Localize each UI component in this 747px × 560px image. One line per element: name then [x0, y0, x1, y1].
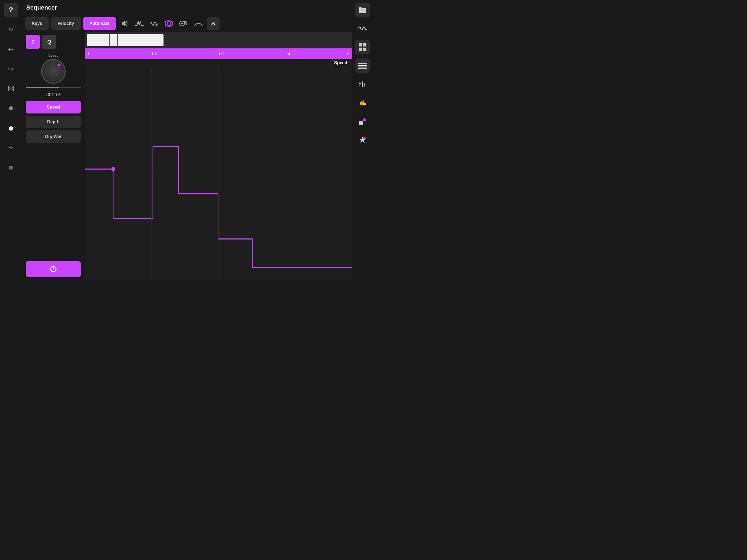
drywet-param-btn[interactable]: Dry/Wet: [26, 130, 81, 143]
mixer-icon[interactable]: [356, 77, 370, 91]
svg-point-23: [184, 21, 186, 23]
depth-param-btn[interactable]: Depth: [26, 116, 81, 128]
svg-rect-10: [362, 82, 363, 83]
right-sidebar: ✍: [352, 0, 374, 280]
knob-slider-fill: [26, 87, 59, 88]
redo-icon[interactable]: ↪: [4, 62, 18, 76]
automation-point-1[interactable]: [111, 167, 115, 172]
power-button[interactable]: [26, 261, 81, 277]
knob-label: Speed: [48, 53, 58, 57]
header: Sequencer: [22, 0, 352, 15]
num-button-q[interactable]: Q: [42, 35, 56, 49]
svg-rect-9: [362, 81, 363, 87]
s-button[interactable]: S: [207, 17, 220, 30]
svg-rect-2: [359, 48, 362, 51]
scroll-thumb[interactable]: [87, 34, 163, 46]
num-button-2[interactable]: 2: [26, 35, 40, 49]
dice-icon[interactable]: ⚄: [4, 81, 18, 96]
scroll-marker: [109, 34, 110, 46]
grid4-icon[interactable]: [356, 40, 370, 54]
svg-rect-13: [359, 121, 363, 125]
knob-slider[interactable]: [26, 87, 81, 88]
scroll-bar-area[interactable]: [85, 32, 352, 48]
speed-knob[interactable]: [41, 59, 66, 84]
wave-icon[interactable]: [356, 21, 370, 35]
tab-velocity[interactable]: Velocity: [51, 17, 80, 30]
svg-rect-8: [359, 83, 361, 84]
svg-rect-6: [358, 68, 367, 69]
svg-rect-4: [358, 62, 367, 64]
curve-icon[interactable]: [192, 17, 205, 30]
volume-icon[interactable]: [119, 17, 131, 30]
svg-point-22: [181, 23, 183, 24]
svg-rect-0: [359, 43, 362, 47]
speed-param-btn[interactable]: Speed: [26, 101, 81, 113]
sequencer-area: 1 1.2 1.3 1.4 2 Speed: [85, 32, 352, 280]
puppet-icon[interactable]: ✍: [356, 96, 370, 110]
svg-point-16: [363, 137, 366, 139]
tape-icon[interactable]: ⏺: [4, 101, 18, 116]
undo-icon[interactable]: ↩: [4, 42, 18, 56]
dot-circle-icon[interactable]: [177, 17, 190, 30]
grid-line-2: [218, 67, 218, 280]
knob-dot: [58, 64, 60, 66]
page-title: Sequencer: [26, 4, 57, 11]
wave2-icon[interactable]: [148, 17, 160, 30]
peak-icon[interactable]: [133, 17, 146, 30]
timeline-marker-13: 1.3: [218, 52, 223, 56]
timeline-bar[interactable]: 1 1.2 1.3 1.4 2: [85, 48, 352, 59]
svg-rect-7: [360, 82, 360, 87]
tilde-icon[interactable]: ~: [4, 137, 18, 158]
folder-icon[interactable]: [356, 3, 370, 17]
svg-rect-1: [363, 43, 366, 47]
svg-point-24: [186, 23, 187, 25]
left-sidebar: ? ⚙ ↩ ↪ ⚄ ⏺ ● ~ ■: [0, 0, 22, 280]
main-area: Sequencer Keys Velocity Automate S 2: [22, 0, 352, 280]
automation-canvas[interactable]: [85, 67, 352, 280]
svg-rect-3: [363, 48, 366, 51]
square-icon[interactable]: ■: [4, 160, 18, 175]
tab-automate[interactable]: Automate: [83, 17, 116, 30]
shapes-icon[interactable]: [356, 114, 370, 128]
timeline-marker-12: 1.2: [152, 52, 157, 56]
list-icon[interactable]: [356, 58, 370, 73]
settings-icon[interactable]: ⚙: [4, 22, 18, 36]
circle-icon[interactable]: ●: [4, 121, 18, 135]
knob-section: Speed: [26, 53, 81, 88]
timeline-marker-2: 2: [347, 52, 349, 56]
tab-keys[interactable]: Keys: [25, 17, 49, 30]
svg-marker-14: [362, 118, 367, 121]
speed-label-area: Speed: [85, 59, 352, 67]
svg-rect-12: [364, 84, 366, 85]
timeline-marker-1: 1: [87, 52, 90, 56]
scroll-marker2: [117, 34, 118, 46]
timeline-marker-14: 1.4: [285, 52, 290, 56]
svg-marker-17: [122, 21, 125, 27]
content-area: 2 Q Speed Chorus Speed Depth Dry/Wet: [22, 32, 352, 280]
svg-rect-5: [358, 65, 367, 67]
rings-icon[interactable]: [163, 17, 175, 30]
left-panel: 2 Q Speed Chorus Speed Depth Dry/Wet: [22, 32, 85, 280]
plugin-label: Chorus: [26, 92, 81, 98]
help-icon[interactable]: ?: [4, 3, 18, 17]
tab-bar: Keys Velocity Automate S: [22, 15, 352, 32]
star-icon[interactable]: [356, 133, 370, 147]
speed-label: Speed: [334, 60, 347, 65]
num-buttons: 2 Q: [26, 35, 81, 49]
